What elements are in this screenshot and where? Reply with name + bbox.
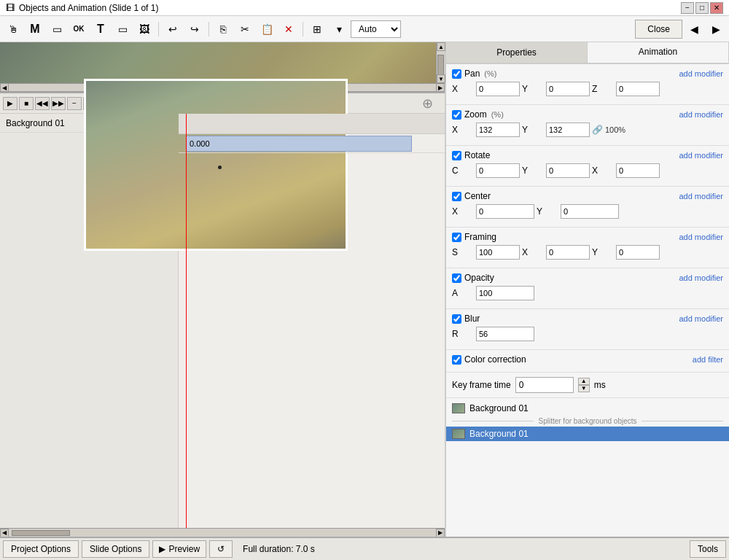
scroll-arrow-down[interactable]: ▼ — [437, 74, 445, 83]
pan-add-modifier[interactable]: add modifier — [679, 69, 723, 78]
mouse-tool-button[interactable]: 🖱 — [3, 20, 23, 39]
center-x-input[interactable] — [476, 204, 534, 219]
tab-animation[interactable]: Animation — [588, 42, 729, 63]
track-block-label: 0.000 — [190, 139, 210, 148]
stop-button[interactable]: ■ — [19, 97, 34, 110]
zoom-link-icon: 🔗 — [592, 125, 603, 135]
auto-dropdown[interactable]: Auto — [351, 20, 401, 38]
undo-button[interactable]: ↩ — [163, 20, 183, 39]
pan-checkbox[interactable] — [452, 69, 461, 79]
timeline-playhead — [186, 114, 187, 528]
framing-s-input[interactable] — [476, 245, 520, 260]
play-button[interactable]: ▶ — [3, 97, 17, 110]
object-item-2[interactable]: Background 01 — [446, 427, 729, 441]
scroll-arrow-left[interactable]: ◀ — [0, 83, 9, 92]
blur-checkbox[interactable] — [452, 314, 461, 324]
redo-button[interactable]: ↪ — [184, 20, 205, 39]
paste-button[interactable]: 📋 — [257, 20, 277, 39]
copy-button[interactable]: ⎘ — [213, 20, 233, 39]
panel-nav-left[interactable]: ◀ — [684, 20, 704, 39]
grid-button[interactable]: ⊞ — [307, 20, 327, 39]
rotate-c-input[interactable] — [476, 163, 520, 178]
canvas-scrollbar-v[interactable]: ▲ ▼ — [436, 42, 445, 83]
rotate-x-input[interactable] — [616, 163, 660, 178]
tools-button[interactable]: Tools — [690, 540, 726, 558]
toolbar-sep-2 — [208, 22, 209, 36]
center-checkbox[interactable] — [452, 192, 461, 201]
opacity-checkbox[interactable] — [452, 273, 461, 283]
rotate-x-label: X — [592, 166, 614, 176]
rotate-y-input[interactable] — [546, 163, 590, 178]
toolbar-sep-1 — [158, 22, 159, 36]
timeline-tracks: 0.000 — [179, 114, 445, 528]
zoom-add-modifier[interactable]: add modifier — [679, 110, 723, 119]
keyframe-label: Key frame time — [452, 380, 511, 390]
minus-button[interactable]: − — [67, 97, 82, 110]
blur-r-input[interactable] — [476, 327, 534, 341]
tl-scrollbar-thumb[interactable] — [12, 530, 70, 536]
opacity-checkbox-row: Opacity add modifier — [452, 273, 723, 283]
tl-scroll-right[interactable]: ▶ — [436, 529, 445, 537]
framing-x-input[interactable] — [546, 245, 590, 260]
scroll-arrow-up[interactable]: ▲ — [437, 42, 445, 51]
pan-z-input[interactable] — [616, 82, 660, 96]
delete-button[interactable]: ✕ — [278, 20, 299, 39]
track-block-1[interactable]: 0.000 — [186, 136, 412, 152]
rect-button[interactable]: ▭ — [47, 20, 67, 39]
cut-button[interactable]: ✂ — [235, 20, 255, 39]
panel-nav-right[interactable]: ▶ — [706, 20, 726, 39]
timeline-ruler — [179, 114, 445, 134]
zoom-checkbox[interactable] — [452, 110, 461, 120]
zoom-y-input[interactable] — [546, 122, 590, 137]
minimize-button[interactable]: − — [681, 2, 694, 14]
window-close-button[interactable]: ✕ — [710, 2, 723, 14]
blur-label: Blur — [464, 314, 480, 324]
scroll-arrow-right[interactable]: ▶ — [436, 83, 445, 92]
ok-button[interactable]: OK — [69, 20, 89, 39]
loop-button[interactable]: ↺ — [209, 540, 233, 558]
framing-y-input[interactable] — [616, 245, 660, 260]
center-y-input[interactable] — [561, 204, 619, 219]
pan-y-input[interactable] — [546, 82, 590, 96]
keyframe-unit: ms — [594, 380, 606, 390]
opacity-add-modifier[interactable]: add modifier — [679, 273, 723, 282]
text-button[interactable]: T — [90, 20, 111, 39]
shape-button[interactable]: ▭ — [112, 20, 133, 39]
preview-button[interactable]: ▶ Preview — [152, 540, 206, 558]
pan-x-input[interactable] — [476, 82, 520, 96]
track-row-1: 0.000 — [179, 134, 445, 153]
zoom-x-input[interactable] — [476, 122, 520, 137]
opacity-a-input[interactable] — [476, 286, 534, 300]
framing-add-modifier[interactable]: add modifier — [679, 233, 723, 241]
window-title: Objects and Animation (Slide 1 of 1) — [19, 3, 158, 13]
tab-properties[interactable]: Properties — [446, 42, 588, 63]
zoom-inputs: X Y 🔗 100% — [452, 122, 723, 137]
timeline-move-icon[interactable]: ⊕ — [417, 93, 437, 114]
center-add-modifier[interactable]: add modifier — [679, 192, 723, 201]
slide-options-button[interactable]: Slide Options — [82, 540, 149, 558]
color-correction-checkbox[interactable] — [452, 355, 461, 365]
rotate-checkbox[interactable] — [452, 151, 461, 160]
close-panel-button[interactable]: Close — [635, 20, 682, 39]
blur-add-modifier[interactable]: add modifier — [679, 314, 723, 323]
pan-checkbox-row: Pan (%) add modifier — [452, 69, 723, 79]
keyframe-spin-up[interactable]: ▲ — [578, 378, 590, 385]
motion-button[interactable]: M — [25, 20, 45, 39]
color-correction-add-filter[interactable]: add filter — [693, 355, 723, 364]
timeline-scrollbar-h[interactable]: ◀ ▶ — [0, 528, 445, 537]
rotate-y-label: Y — [522, 166, 544, 176]
keyframe-row: Key frame time ▲ ▼ ms — [446, 373, 729, 398]
tl-scroll-left[interactable]: ◀ — [0, 529, 9, 537]
maximize-button[interactable]: □ — [695, 2, 709, 14]
object-item-1[interactable]: Background 01 — [446, 401, 729, 416]
object-icon-2 — [452, 429, 465, 439]
rotate-add-modifier[interactable]: add modifier — [679, 151, 723, 160]
keyframe-input[interactable] — [515, 377, 574, 393]
grid-dropdown-button[interactable]: ▾ — [329, 20, 349, 39]
framing-checkbox[interactable] — [452, 233, 461, 242]
image-button[interactable]: 🖼 — [134, 20, 155, 39]
keyframe-spin-down[interactable]: ▼ — [578, 385, 590, 392]
forward-button[interactable]: ▶▶ — [51, 97, 66, 110]
rewind-button[interactable]: ◀◀ — [35, 97, 50, 110]
project-options-button[interactable]: Project Options — [3, 540, 79, 558]
